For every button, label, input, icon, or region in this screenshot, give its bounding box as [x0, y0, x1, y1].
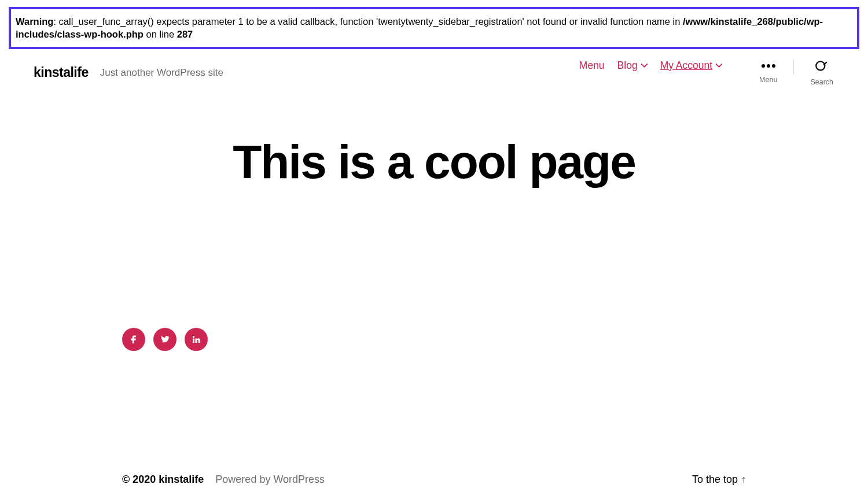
site-footer: © 2020 kinstalife Powered by WordPress T… [0, 351, 868, 486]
site-title[interactable]: kinstalife [34, 65, 89, 80]
facebook-link[interactable] [122, 328, 145, 351]
nav-menu-label: Menu [579, 60, 605, 72]
arrow-up-icon: ↑ [741, 474, 746, 486]
copyright: © 2020 kinstalife [122, 474, 204, 486]
warning-on-line: on line [144, 29, 177, 39]
chevron-down-icon [641, 64, 648, 68]
php-warning-box: Warning: call_user_func_array() expects … [9, 7, 859, 49]
nav-tools: Menu Search [759, 60, 833, 86]
to-top-label: To the top [692, 474, 738, 486]
svg-point-0 [816, 61, 825, 70]
nav-blog-label: Blog [617, 60, 638, 72]
menu-toggle[interactable]: Menu [759, 60, 777, 84]
warning-line-number: 287 [177, 29, 193, 39]
powered-by[interactable]: Powered by WordPress [215, 474, 325, 486]
search-icon [814, 60, 829, 75]
warning-message: : call_user_func_array() expects paramet… [53, 16, 683, 27]
linkedin-icon [191, 334, 201, 345]
social-links [0, 189, 868, 351]
nav-my-account[interactable]: My Account [660, 60, 722, 72]
search-toggle[interactable]: Search [810, 60, 833, 86]
search-toggle-label: Search [810, 78, 833, 86]
nav-my-account-label: My Account [660, 60, 712, 72]
menu-toggle-label: Menu [759, 76, 777, 84]
site-header: kinstalife Just another WordPress site M… [0, 54, 868, 88]
twitter-link[interactable] [153, 328, 176, 351]
main-content: This is a cool page [0, 88, 868, 189]
primary-nav: Menu Blog My Account Menu [579, 60, 833, 86]
linkedin-link[interactable] [185, 328, 208, 351]
ellipsis-icon [762, 60, 775, 72]
chevron-down-icon [716, 64, 722, 68]
warning-label: Warning [16, 16, 53, 27]
twitter-icon [160, 334, 170, 345]
nav-menu[interactable]: Menu [579, 60, 605, 72]
divider [793, 60, 794, 75]
facebook-icon [128, 334, 139, 345]
nav-blog[interactable]: Blog [617, 60, 648, 72]
site-tagline: Just another WordPress site [100, 67, 223, 79]
page-title: This is a cool page [0, 135, 868, 189]
to-top-link[interactable]: To the top ↑ [692, 474, 746, 486]
